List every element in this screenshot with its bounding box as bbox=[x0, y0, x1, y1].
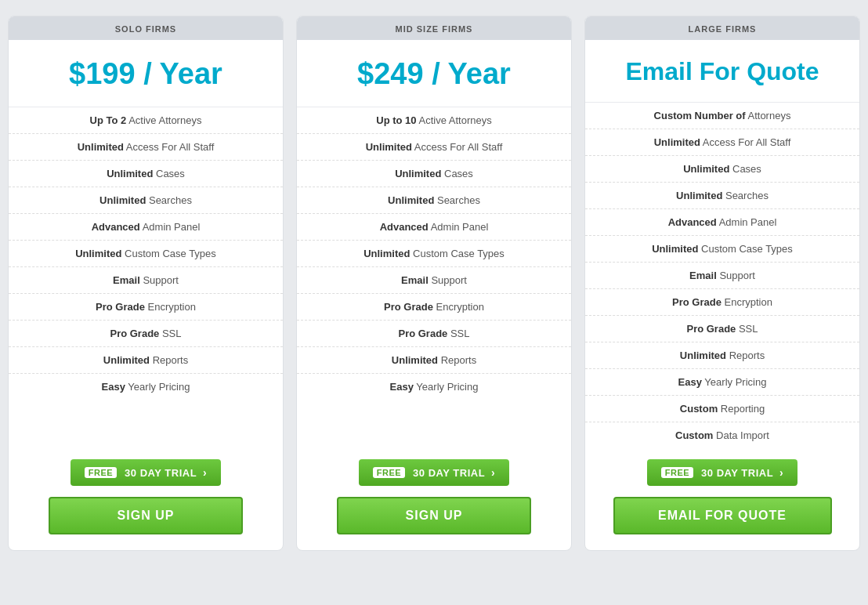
feature-item: Unlimited Reports bbox=[585, 342, 859, 369]
feature-item: Unlimited Custom Case Types bbox=[9, 241, 283, 267]
feature-item: Pro Grade Encryption bbox=[585, 289, 859, 316]
feature-item: Unlimited Access For All Staff bbox=[297, 134, 571, 161]
feature-item: Unlimited Custom Case Types bbox=[297, 241, 571, 267]
feature-item: Unlimited Searches bbox=[297, 187, 571, 214]
feature-item: Unlimited Access For All Staff bbox=[585, 129, 859, 156]
features-list-solo: Up To 2 Active AttorneysUnlimited Access… bbox=[9, 107, 283, 448]
trial-button-mid[interactable]: FREE30 DAY TRIAL› bbox=[359, 459, 510, 486]
feature-item: Unlimited Reports bbox=[9, 347, 283, 374]
features-list-large: Custom Number of AttorneysUnlimited Acce… bbox=[585, 103, 859, 448]
feature-item: Pro Grade Encryption bbox=[297, 294, 571, 321]
feature-item: Email Support bbox=[585, 263, 859, 289]
trial-button-large[interactable]: FREE30 DAY TRIAL› bbox=[647, 459, 798, 486]
features-list-mid: Up to 10 Active AttorneysUnlimited Acces… bbox=[297, 107, 571, 448]
feature-item: Custom Data Import bbox=[585, 422, 859, 448]
feature-item: Custom Number of Attorneys bbox=[585, 103, 859, 129]
feature-item: Easy Yearly Pricing bbox=[585, 369, 859, 396]
plan-header-large: LARGE FIRMS bbox=[585, 16, 859, 40]
card-actions-solo: FREE30 DAY TRIAL›SIGN UP bbox=[9, 448, 283, 550]
feature-item: Unlimited Reports bbox=[297, 347, 571, 374]
email-quote-button[interactable]: EMAIL FOR QUOTE bbox=[613, 497, 832, 534]
feature-item: Advanced Admin Panel bbox=[9, 214, 283, 241]
feature-item: Unlimited Searches bbox=[585, 183, 859, 209]
plan-header-mid: MID SIZE FIRMS bbox=[297, 16, 571, 40]
plan-price-large: Email For Quote bbox=[585, 40, 859, 103]
feature-item: Email Support bbox=[297, 267, 571, 294]
pricing-card-large: LARGE FIRMSEmail For QuoteCustom Number … bbox=[584, 16, 860, 551]
pricing-container: SOLO FIRMS$199 / YearUp To 2 Active Atto… bbox=[8, 16, 860, 551]
feature-item: Unlimited Cases bbox=[9, 161, 283, 187]
signup-button-mid[interactable]: SIGN UP bbox=[337, 497, 531, 534]
plan-price-mid: $249 / Year bbox=[297, 40, 571, 107]
feature-item: Pro Grade SSL bbox=[585, 316, 859, 342]
pricing-card-mid: MID SIZE FIRMS$249 / YearUp to 10 Active… bbox=[296, 16, 572, 551]
feature-item: Unlimited Cases bbox=[297, 161, 571, 187]
feature-item: Easy Yearly Pricing bbox=[9, 374, 283, 400]
feature-item: Unlimited Cases bbox=[585, 156, 859, 183]
feature-item: Pro Grade Encryption bbox=[9, 294, 283, 321]
feature-item: Advanced Admin Panel bbox=[297, 214, 571, 241]
feature-item: Advanced Admin Panel bbox=[585, 209, 859, 236]
feature-item: Custom Reporting bbox=[585, 396, 859, 422]
signup-button-solo[interactable]: SIGN UP bbox=[49, 497, 243, 534]
feature-item: Easy Yearly Pricing bbox=[297, 374, 571, 400]
card-actions-mid: FREE30 DAY TRIAL›SIGN UP bbox=[297, 448, 571, 550]
feature-item: Up to 10 Active Attorneys bbox=[297, 107, 571, 134]
plan-price-solo: $199 / Year bbox=[9, 40, 283, 107]
pricing-card-solo: SOLO FIRMS$199 / YearUp To 2 Active Atto… bbox=[8, 16, 284, 551]
feature-item: Email Support bbox=[9, 267, 283, 294]
feature-item: Pro Grade SSL bbox=[297, 321, 571, 347]
card-actions-large: FREE30 DAY TRIAL›EMAIL FOR QUOTE bbox=[585, 448, 859, 550]
plan-header-solo: SOLO FIRMS bbox=[9, 16, 283, 40]
feature-item: Pro Grade SSL bbox=[9, 321, 283, 347]
feature-item: Unlimited Custom Case Types bbox=[585, 236, 859, 263]
feature-item: Unlimited Access For All Staff bbox=[9, 134, 283, 161]
feature-item: Unlimited Searches bbox=[9, 187, 283, 214]
trial-button-solo[interactable]: FREE30 DAY TRIAL› bbox=[71, 459, 222, 486]
feature-item: Up To 2 Active Attorneys bbox=[9, 107, 283, 134]
